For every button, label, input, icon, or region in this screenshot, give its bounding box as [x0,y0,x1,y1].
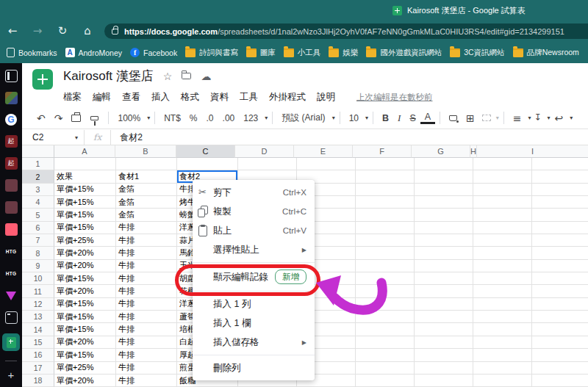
row-header[interactable]: 6 [22,222,54,234]
row-header[interactable]: 7 [22,234,54,247]
cell[interactable] [356,362,415,375]
bookmark-item[interactable]: 品牌Newsroom [513,48,579,58]
row-header[interactable]: 5 [22,209,54,221]
cell[interactable] [415,298,473,311]
increase-decimal-button[interactable]: .00 [218,113,240,123]
cell[interactable] [473,362,532,375]
bookmark-item[interactable]: 3C資訊網站 [450,48,504,58]
percent-format-button[interactable]: % [185,113,202,123]
text-wrap-icon[interactable]: ↩ [551,112,568,124]
menu-item[interactable]: 插入 [151,91,170,104]
cell[interactable]: 牛排 [116,247,177,259]
cell[interactable]: 牛排 [116,285,177,297]
row-header[interactable]: 14 [22,323,54,336]
cell[interactable] [415,349,473,361]
row-header[interactable]: 17 [22,362,54,375]
paint-format-icon[interactable] [90,116,98,120]
cell[interactable] [356,247,415,259]
column-header[interactable]: E [294,145,353,158]
horizontal-align-icon[interactable]: ≡ [509,112,526,124]
cell[interactable] [356,234,415,247]
context-menu-item[interactable] [193,355,315,355]
cell[interactable] [473,298,532,311]
cell[interactable] [356,184,415,196]
cell[interactable] [532,272,588,285]
bookmark-item[interactable]: 詩詞與書寫 [185,48,238,58]
cell[interactable]: 單價+20% [54,285,116,297]
cloud-status-icon[interactable]: ☁ [201,70,211,82]
cell[interactable] [356,196,415,209]
star-icon[interactable]: ☆ [163,70,173,82]
cell[interactable] [532,184,588,196]
cell[interactable] [532,260,588,272]
menu-item[interactable]: 資料 [210,91,229,104]
merge-cells-icon[interactable] [482,115,491,121]
font-select[interactable]: 預設 (Arial) [277,112,329,124]
cell[interactable] [473,323,532,336]
context-menu-item[interactable]: 顯示編輯記錄 新增 [193,266,315,288]
vertical-align-icon[interactable] [534,114,542,122]
cell[interactable] [473,311,532,323]
column-header[interactable]: F [353,145,412,158]
row-header[interactable]: 2 [22,170,54,183]
cell[interactable]: 單價+15% [54,184,116,196]
context-menu-item[interactable]: 貼上 Ctrl+V [193,221,315,240]
cell[interactable] [532,298,588,311]
cell[interactable] [532,234,588,247]
cell[interactable] [356,311,415,323]
bookmark-item[interactable]: 娛樂 [329,48,358,58]
address-bar[interactable]: https://docs.google.com/spreadsheets/d/1… [104,23,588,39]
cell[interactable]: 單價+25% [54,362,116,375]
cell[interactable] [473,336,532,349]
cell[interactable]: 單價+25% [54,234,116,247]
cell[interactable]: 單價+15% [54,209,116,221]
row-header[interactable]: 16 [22,349,54,361]
fill-color-icon[interactable] [449,115,457,121]
row-header[interactable]: 12 [22,298,54,311]
context-menu-item[interactable]: 插入儲存格 ▶ [193,333,315,352]
row-header[interactable]: 10 [22,272,54,285]
cell[interactable] [532,222,588,234]
cell[interactable] [532,362,588,375]
zoom-select[interactable]: 100% [113,113,145,123]
column-header[interactable]: G [412,145,470,158]
cell[interactable]: 金箔 [116,209,177,221]
cell[interactable] [532,323,588,336]
cell[interactable] [532,247,588,259]
cell[interactable]: 牛排 [116,222,177,234]
italic-button[interactable]: I [393,112,405,124]
cell[interactable]: 牛排 [116,323,177,336]
cell[interactable] [415,323,473,336]
cell[interactable] [356,222,415,234]
row-header[interactable]: 8 [22,247,54,259]
cell[interactable]: 牛排 [116,260,177,272]
cell[interactable] [473,247,532,259]
menu-item[interactable]: 查看 [122,91,140,104]
cell[interactable] [415,158,473,170]
menu-item[interactable]: 檔案 [63,91,82,104]
cell[interactable]: 牛排 [116,362,177,375]
cell[interactable]: 單價+15% [54,323,116,336]
cell[interactable]: 單價+15% [54,196,116,209]
cell[interactable] [356,298,415,311]
cell[interactable] [532,158,588,170]
menu-item[interactable]: 說明 [317,91,335,104]
cell[interactable] [473,184,532,196]
bookmark-item[interactable]: A AndroMoney [65,48,123,57]
cell[interactable] [356,375,415,387]
cell[interactable] [415,222,473,234]
more-formats-button[interactable]: 123 [239,113,262,123]
text-color-button[interactable]: A [420,112,435,124]
cell[interactable] [473,272,532,285]
cell[interactable] [297,158,356,170]
url-text[interactable]: https://docs.google.com/spreadsheets/d/1… [124,27,564,36]
cell[interactable] [415,247,473,259]
column-header[interactable]: A [54,145,115,158]
cell[interactable] [415,362,473,375]
cell[interactable] [532,170,588,183]
home-icon[interactable]: ⌂ [75,21,100,42]
menu-item[interactable]: 編輯 [93,91,111,104]
cell[interactable]: 牛排 [116,375,177,387]
cell[interactable] [473,158,532,170]
cell[interactable] [415,184,473,196]
